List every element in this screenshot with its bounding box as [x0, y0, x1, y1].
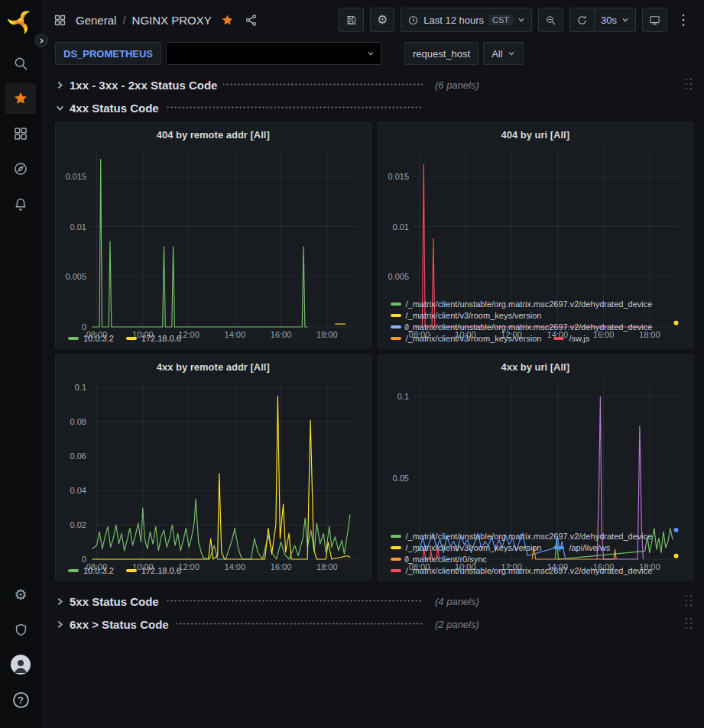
refresh-interval-dropdown[interactable]: 30s	[594, 8, 636, 32]
kebab-menu-icon[interactable]: ⋮	[673, 11, 693, 28]
legend-label: /_matrix/client/v3/room_keys/version	[406, 543, 542, 552]
sidebar: ⚙ ?	[0, 0, 41, 728]
legend-item[interactable]: 172.18.0.6	[126, 566, 181, 575]
sidebar-item-starred[interactable]	[5, 83, 36, 114]
avatar	[11, 655, 31, 675]
panel-title[interactable]: 404 by uri [All]	[384, 126, 687, 142]
legend-label: /sw.js	[569, 334, 589, 343]
sidebar-item-profile[interactable]	[5, 649, 36, 680]
row-panel-count: (2 panels)	[435, 619, 479, 630]
timeseries-chart[interactable]: 08:0010:0012:0014:0016:0018:0000.0050.01…	[384, 142, 687, 297]
shield-icon	[14, 623, 28, 637]
row-header-4xx[interactable]: 4xx Status Code	[55, 96, 693, 119]
dashboards-grid-icon	[13, 126, 28, 141]
legend-item[interactable]: /_matrix/client/v3/room_keys/version	[391, 543, 542, 552]
sidebar-item-explore[interactable]	[5, 154, 36, 184]
legend-label: /api/live/ws	[569, 543, 610, 552]
save-dashboard-button[interactable]	[339, 8, 364, 32]
timeseries-chart[interactable]: 08:0010:0012:0014:0016:0018:0000.050.1	[384, 374, 687, 529]
chevron-right-icon	[55, 620, 65, 629]
legend-item[interactable]: /_matrix/client/unstable/org.matrix.msc2…	[391, 322, 653, 332]
sidebar-item-configuration[interactable]: ⚙	[5, 579, 36, 610]
row-header-6xx[interactable]: 6xx > Status Code (2 panels)	[55, 613, 693, 636]
chart-legend: 10.0.3.2172.18.0.6	[62, 332, 365, 345]
legend-item[interactable]: /_matrix/client/v3/room_keys/version	[391, 334, 542, 343]
svg-text:0.08: 0.08	[70, 417, 86, 426]
zoom-out-icon	[545, 15, 556, 26]
legend-swatch	[553, 546, 564, 549]
time-range-picker[interactable]: Last 12 hours CST	[401, 8, 532, 32]
chevron-down-icon	[517, 16, 525, 24]
tv-mode-button[interactable]	[642, 8, 667, 32]
dashboard-settings-button[interactable]: ⚙	[370, 8, 394, 32]
panel-404-by-remote-addr: 404 by remote addr [All] 08:0010:0012:00…	[55, 122, 371, 348]
row-header-1xx-3xx-2xx[interactable]: 1xx - 3xx - 2xx Status Code (6 panels)	[55, 73, 693, 96]
refresh-button[interactable]	[569, 8, 595, 32]
bell-icon	[13, 196, 28, 212]
gear-icon: ⚙	[14, 587, 27, 602]
svg-text:0.04: 0.04	[70, 486, 86, 495]
zoom-out-button[interactable]	[538, 8, 563, 32]
dashboard-toolbar: ⚙ Last 12 hours CST	[339, 8, 693, 32]
legend-item[interactable]: /_matrix/client/r0/sync	[391, 555, 487, 564]
legend-label: 172.18.0.6	[141, 334, 181, 343]
request-host-variable-label[interactable]: request_host	[404, 42, 479, 65]
sidebar-item-server-admin[interactable]	[5, 614, 36, 645]
datasource-variable-label[interactable]: DS_PROMETHEUS	[55, 42, 161, 65]
legend-item[interactable]: 10.0.3.2	[68, 566, 114, 575]
row-dotted-leader	[165, 599, 423, 603]
share-icon[interactable]	[243, 12, 259, 28]
svg-text:0.05: 0.05	[392, 474, 408, 483]
row-title-group: 5xx Status Code	[65, 595, 424, 608]
sidebar-expand-button[interactable]	[34, 34, 48, 47]
compass-icon	[13, 161, 28, 176]
legend-swatch	[391, 546, 401, 549]
top-navbar: General / NGINX PROXY ⚙	[41, 0, 704, 40]
legend-item[interactable]: /sw.js	[553, 334, 589, 343]
save-icon	[346, 15, 357, 26]
breadcrumb-section[interactable]: General	[76, 14, 116, 27]
svg-text:0.005: 0.005	[388, 272, 409, 281]
datasource-variable-select[interactable]	[166, 42, 381, 65]
row-panel-count: (4 panels)	[435, 596, 479, 607]
row-drag-handle[interactable]	[684, 616, 693, 632]
variables-submenu: DS_PROMETHEUS request_host All	[41, 40, 704, 70]
panel-title[interactable]: 404 by remote addr [All]	[62, 126, 365, 142]
legend-item[interactable]: /_matrix/client/unstable/org.matrix.msc2…	[391, 566, 653, 575]
legend-label: /_matrix/client/v3/room_keys/version	[406, 311, 542, 320]
timeseries-chart[interactable]: 08:0010:0012:0014:0016:0018:0000.020.040…	[62, 374, 365, 564]
monitor-icon	[649, 15, 660, 26]
sidebar-item-help[interactable]: ?	[5, 684, 36, 715]
panel-title[interactable]: 4xx by uri [All]	[384, 358, 687, 374]
legend-item[interactable]: 172.18.0.6	[126, 334, 181, 343]
svg-text:0.1: 0.1	[75, 383, 86, 392]
legend-swatch	[391, 325, 401, 328]
legend-swatch	[391, 303, 401, 306]
panel-4xx-by-remote-addr: 4xx by remote addr [All] 08:0010:0012:00…	[55, 354, 371, 581]
legend-item[interactable]: /_matrix/client/v3/room_keys/version	[391, 311, 542, 320]
row-title: 6xx > Status Code	[70, 618, 169, 631]
favorite-star-icon[interactable]	[219, 12, 235, 28]
legend-item[interactable]: /_matrix/client/unstable/org.matrix.msc2…	[391, 299, 653, 309]
legend-label: /_matrix/client/v3/room_keys/version	[406, 334, 542, 343]
main-area: General / NGINX PROXY ⚙	[41, 0, 704, 728]
timeseries-chart[interactable]: 08:0010:0012:0014:0016:0018:0000.0050.01…	[62, 142, 365, 332]
row-drag-handle[interactable]	[684, 594, 693, 609]
panel-title[interactable]: 4xx by remote addr [All]	[62, 358, 365, 374]
sidebar-item-alerting[interactable]	[5, 189, 36, 219]
request-host-variable-select[interactable]: All	[483, 42, 523, 65]
chevron-right-icon	[38, 34, 45, 47]
dashboard-title[interactable]: NGINX PROXY	[132, 14, 212, 27]
grafana-logo-icon[interactable]	[7, 8, 34, 35]
row-title: 5xx Status Code	[70, 595, 159, 608]
row-dotted-leader	[175, 622, 423, 626]
sidebar-item-dashboards[interactable]	[5, 118, 36, 149]
row-header-5xx[interactable]: 5xx Status Code (4 panels)	[55, 590, 693, 613]
sidebar-item-search[interactable]	[5, 48, 36, 79]
row-drag-handle[interactable]	[684, 77, 693, 92]
apps-grid-icon[interactable]	[52, 12, 68, 28]
dashboard-body: 1xx - 3xx - 2xx Status Code (6 panels) 4…	[41, 70, 704, 728]
legend-item[interactable]: 10.0.3.2	[68, 334, 114, 343]
legend-item[interactable]: /_matrix/client/unstable/org.matrix.msc2…	[391, 532, 653, 541]
legend-item[interactable]: /api/live/ws	[553, 543, 610, 552]
